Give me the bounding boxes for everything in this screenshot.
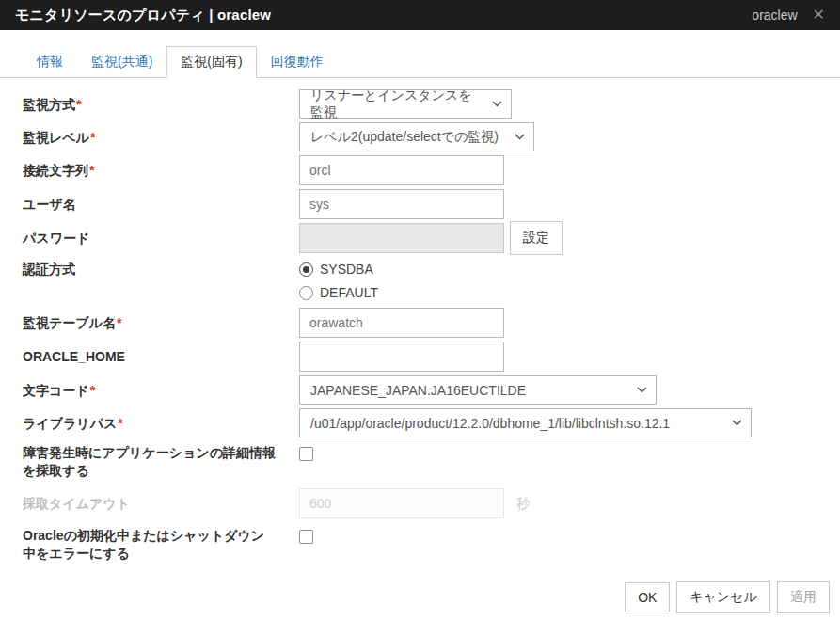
required-mark: * <box>117 315 121 330</box>
required-mark: * <box>90 130 95 145</box>
monitor-method-value: リスナーとインスタンスを監視 <box>310 87 483 121</box>
error-on-init-checkbox[interactable] <box>299 530 313 544</box>
monitor-method-select[interactable]: リスナーとインスタンスを監視 <box>299 89 512 119</box>
radio-sysdba-label: SYSDBA <box>320 262 373 277</box>
apply-button[interactable]: 適用 <box>777 581 830 613</box>
tab-recovery-action[interactable]: 回復動作 <box>257 46 338 78</box>
user-name-row: ユーザ名 <box>0 189 840 219</box>
collect-timeout-input <box>299 488 504 518</box>
ok-button[interactable]: OK <box>625 582 670 612</box>
collect-detail-label: 障害発生時にアプリケーションの詳細情報を採取する <box>23 441 299 480</box>
connect-string-label-text: 接続文字列 <box>23 163 88 178</box>
monitor-table-row: 監視テーブル名* <box>0 308 840 338</box>
tab-bar: 情報 監視(共通) 監視(固有) 回復動作 <box>0 46 840 78</box>
character-code-label-text: 文字コード <box>23 383 89 398</box>
connect-string-row: 接続文字列* <box>0 155 840 185</box>
character-code-select[interactable]: JAPANESE_JAPAN.JA16EUCTILDE <box>299 375 657 405</box>
auth-method-radiogroup: SYSDBA DEFAULT <box>299 259 378 300</box>
monitor-method-label: 監視方式* <box>23 89 299 114</box>
tab-info[interactable]: 情報 <box>23 46 77 78</box>
tab-monitor-common[interactable]: 監視(共通) <box>77 46 166 78</box>
connect-string-input[interactable] <box>299 155 504 185</box>
resource-name-label: oraclew <box>752 8 797 23</box>
monitor-level-row: 監視レベル* レベル2(update/selectでの監視) <box>0 122 840 151</box>
cancel-button[interactable]: キャンセル <box>676 581 770 613</box>
radio-default[interactable]: DEFAULT <box>299 285 378 300</box>
required-mark: * <box>90 383 95 398</box>
radio-icon[interactable] <box>299 262 313 277</box>
chevron-down-icon <box>732 420 742 426</box>
radio-sysdba[interactable]: SYSDBA <box>299 262 378 277</box>
required-mark: * <box>76 97 81 112</box>
required-mark: * <box>118 416 122 431</box>
auth-method-row: 認証方式 SYSDBA DEFAULT <box>0 259 840 304</box>
chevron-down-icon <box>515 134 525 140</box>
close-icon[interactable]: ✕ <box>813 8 825 23</box>
connect-string-label: 接続文字列* <box>23 155 299 180</box>
collect-detail-row: 障害発生時にアプリケーションの詳細情報を採取する <box>0 441 840 480</box>
password-row: パスワード 設定 <box>0 223 840 255</box>
library-path-select[interactable]: /u01/app/oracle/product/12.2.0/dbhome_1/… <box>299 408 752 437</box>
monitor-level-label: 監視レベル* <box>23 122 299 147</box>
monitor-method-row: 監視方式* リスナーとインスタンスを監視 <box>0 89 840 119</box>
radio-default-label: DEFAULT <box>320 285 378 300</box>
character-code-row: 文字コード* JAPANESE_JAPAN.JA16EUCTILDE <box>0 375 840 405</box>
monitor-method-label-text: 監視方式 <box>23 97 75 112</box>
password-input <box>299 223 504 253</box>
tab-monitor-special[interactable]: 監視(固有) <box>166 46 256 78</box>
monitor-table-label-text: 監視テーブル名 <box>23 315 116 330</box>
collect-timeout-unit: 秒 <box>516 488 530 513</box>
dialog-footer: OK キャンセル 適用 <box>0 581 840 620</box>
collect-timeout-label: 採取タイムアウト <box>23 488 299 513</box>
oracle-home-input[interactable] <box>299 342 504 372</box>
library-path-value: /u01/app/oracle/product/12.2.0/dbhome_1/… <box>310 416 670 431</box>
chevron-down-icon <box>492 101 502 107</box>
character-code-value: JAPANESE_JAPAN.JA16EUCTILDE <box>310 383 526 398</box>
password-set-button[interactable]: 設定 <box>510 221 563 255</box>
chevron-down-icon <box>637 387 647 393</box>
oracle-home-row: ORACLE_HOME <box>0 342 840 372</box>
password-label: パスワード <box>23 223 299 247</box>
monitor-table-label: 監視テーブル名* <box>23 308 299 332</box>
monitor-resource-properties-dialog: モニタリソースのプロパティ | oraclew oraclew ✕ 情報 監視(… <box>0 0 840 620</box>
dialog-title: モニタリソースのプロパティ | oraclew <box>15 7 271 24</box>
error-on-init-label: Oracleの初期化中またはシャットダウン中をエラーにする <box>23 524 299 563</box>
auth-method-label: 認証方式 <box>23 259 299 278</box>
oracle-home-label: ORACLE_HOME <box>23 342 299 366</box>
collect-detail-checkbox[interactable] <box>299 447 313 461</box>
required-mark: * <box>89 163 94 178</box>
monitor-level-value: レベル2(update/selectでの監視) <box>310 129 499 146</box>
character-code-label: 文字コード* <box>23 375 299 400</box>
radio-icon[interactable] <box>299 286 313 300</box>
user-name-input[interactable] <box>299 189 504 219</box>
user-name-label: ユーザ名 <box>23 189 299 214</box>
error-on-init-row: Oracleの初期化中またはシャットダウン中をエラーにする <box>0 524 840 563</box>
library-path-label: ライブラリパス* <box>23 408 299 433</box>
monitor-level-select[interactable]: レベル2(update/selectでの監視) <box>299 122 534 151</box>
library-path-row: ライブラリパス* /u01/app/oracle/product/12.2.0/… <box>0 408 840 437</box>
monitor-special-form: 監視方式* リスナーとインスタンスを監視 監視レベル* レベル2(update/… <box>0 78 840 581</box>
monitor-table-input[interactable] <box>299 308 504 338</box>
collect-timeout-row: 採取タイムアウト 秒 <box>0 488 840 518</box>
dialog-titlebar: モニタリソースのプロパティ | oraclew oraclew ✕ <box>0 0 840 30</box>
monitor-level-label-text: 監視レベル <box>23 130 89 145</box>
library-path-label-text: ライブラリパス <box>23 416 117 431</box>
